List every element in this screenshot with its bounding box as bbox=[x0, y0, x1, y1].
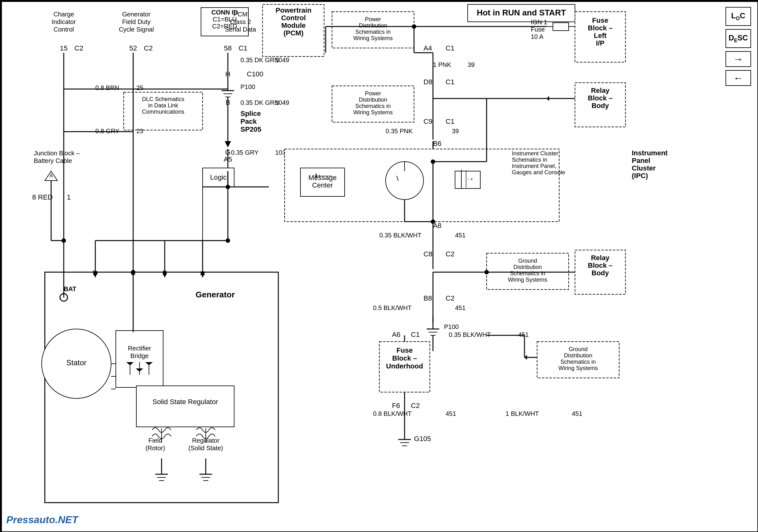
svg-text:Generator: Generator bbox=[196, 290, 235, 299]
svg-text:SP205: SP205 bbox=[240, 125, 261, 133]
svg-text:Body: Body bbox=[592, 269, 609, 277]
svg-text:Block –: Block – bbox=[588, 24, 612, 32]
svg-text:Left: Left bbox=[594, 32, 607, 40]
svg-text:Distribution: Distribution bbox=[564, 352, 592, 359]
svg-text:A4: A4 bbox=[424, 44, 432, 52]
svg-text:Bridge: Bridge bbox=[130, 352, 149, 359]
svg-text:Schematics in: Schematics in bbox=[561, 359, 596, 365]
svg-point-266 bbox=[431, 160, 435, 164]
svg-text:Junction Block –: Junction Block – bbox=[34, 150, 80, 157]
svg-text:C2: C2 bbox=[75, 44, 83, 52]
svg-text:P100: P100 bbox=[240, 83, 255, 90]
legend-arrow-left: ← bbox=[726, 70, 751, 86]
svg-text:Cluster: Cluster bbox=[632, 164, 656, 172]
svg-text:IGN 1: IGN 1 bbox=[531, 18, 547, 25]
svg-text:0.8 GRY: 0.8 GRY bbox=[95, 127, 119, 134]
svg-text:Indicator: Indicator bbox=[52, 18, 76, 25]
svg-text:C1: C1 bbox=[411, 331, 420, 338]
svg-text:BAT: BAT bbox=[64, 285, 76, 292]
svg-text:Hot in RUN and START: Hot in RUN and START bbox=[477, 8, 566, 18]
svg-text:Underhood: Underhood bbox=[386, 362, 423, 370]
svg-text:Communications: Communications bbox=[142, 109, 184, 115]
svg-text:Rectifier: Rectifier bbox=[128, 345, 151, 352]
svg-text:C9: C9 bbox=[424, 118, 432, 125]
svg-point-269 bbox=[61, 238, 66, 243]
svg-text:B6: B6 bbox=[433, 140, 441, 147]
svg-text:C100: C100 bbox=[247, 70, 263, 78]
svg-text:1 PNK: 1 PNK bbox=[433, 61, 451, 68]
svg-text:451: 451 bbox=[455, 232, 465, 239]
svg-text:(IPC): (IPC) bbox=[632, 172, 648, 180]
svg-text:Fuse: Fuse bbox=[592, 17, 608, 24]
svg-text:58: 58 bbox=[224, 44, 232, 52]
svg-text:A: A bbox=[50, 173, 53, 178]
svg-text:Class 2: Class 2 bbox=[230, 18, 251, 25]
svg-text:Field Duty: Field Duty bbox=[122, 18, 151, 25]
svg-text:D8: D8 bbox=[424, 78, 432, 86]
svg-text:C2: C2 bbox=[411, 402, 420, 409]
svg-text:0.5 BLK/WHT: 0.5 BLK/WHT bbox=[373, 304, 411, 311]
svg-text:Gauges and Console: Gauges and Console bbox=[512, 169, 565, 176]
svg-text:B8: B8 bbox=[424, 294, 432, 302]
svg-text:F6: F6 bbox=[392, 402, 400, 409]
svg-text:451: 451 bbox=[455, 304, 465, 311]
svg-text:Module: Module bbox=[282, 21, 306, 29]
svg-text:Message: Message bbox=[308, 174, 336, 182]
svg-text:Center: Center bbox=[312, 181, 333, 189]
svg-text:Wiring Systems: Wiring Systems bbox=[353, 35, 393, 41]
svg-point-271 bbox=[225, 238, 230, 243]
svg-text:Schematics in: Schematics in bbox=[355, 103, 391, 109]
diagram-area: Hot in RUN and START Powertrain Control … bbox=[1, 1, 758, 532]
svg-text:0.35 BLK/WHT: 0.35 BLK/WHT bbox=[449, 331, 491, 338]
svg-point-267 bbox=[225, 185, 230, 189]
svg-text:0.8 BRN: 0.8 BRN bbox=[95, 84, 119, 91]
svg-text:Block –: Block – bbox=[588, 94, 612, 102]
svg-text:1049: 1049 bbox=[275, 56, 290, 63]
svg-text:Stator: Stator bbox=[66, 358, 86, 367]
svg-text:(Rotor): (Rotor) bbox=[146, 444, 165, 451]
svg-text:Block –: Block – bbox=[588, 262, 612, 269]
svg-text:C1: C1 bbox=[446, 44, 454, 52]
svg-text:Wiring Systems: Wiring Systems bbox=[353, 109, 393, 116]
wiring-diagram-svg: Hot in RUN and START Powertrain Control … bbox=[1, 1, 758, 532]
svg-point-265 bbox=[431, 219, 435, 224]
svg-text:DLC Schematics: DLC Schematics bbox=[142, 96, 184, 102]
svg-text:Solid State Regulator: Solid State Regulator bbox=[153, 398, 218, 406]
watermark: Pressauto.NET bbox=[6, 514, 78, 526]
svg-text:Splice: Splice bbox=[240, 110, 261, 118]
svg-text:451: 451 bbox=[518, 331, 529, 338]
svg-text:0.35 PNK: 0.35 PNK bbox=[386, 127, 413, 134]
svg-text:Battery Cable: Battery Cable bbox=[34, 157, 72, 164]
svg-text:PCM: PCM bbox=[233, 11, 247, 18]
svg-text:Charge: Charge bbox=[53, 11, 74, 18]
legend-desc-text: DESC bbox=[729, 33, 748, 44]
svg-text:C1: C1 bbox=[446, 118, 454, 125]
svg-text:25: 25 bbox=[136, 84, 143, 91]
svg-text:Power: Power bbox=[365, 16, 381, 22]
svg-text:8 RED: 8 RED bbox=[32, 193, 53, 201]
svg-text:39: 39 bbox=[452, 127, 459, 134]
svg-text:451: 451 bbox=[446, 410, 456, 417]
svg-text:Panel: Panel bbox=[632, 157, 650, 164]
svg-text:23: 23 bbox=[136, 127, 143, 134]
legend-desc: DESC bbox=[726, 29, 751, 48]
svg-text:Relay: Relay bbox=[591, 254, 610, 262]
svg-text:I/P: I/P bbox=[596, 39, 604, 47]
svg-text:Distribution: Distribution bbox=[513, 264, 542, 270]
svg-text:Distribution: Distribution bbox=[359, 22, 387, 29]
svg-text:A6: A6 bbox=[392, 331, 400, 338]
svg-text:Powertrain: Powertrain bbox=[275, 6, 311, 14]
svg-text:Body: Body bbox=[592, 102, 609, 110]
svg-text:0.8 BLK/WHT: 0.8 BLK/WHT bbox=[373, 410, 411, 417]
svg-text:Control: Control bbox=[53, 26, 74, 33]
svg-text:Block –: Block – bbox=[392, 354, 417, 362]
legend-arrow-right: → bbox=[726, 51, 751, 67]
svg-text:Distribution: Distribution bbox=[359, 97, 387, 103]
svg-text:Serial Data: Serial Data bbox=[225, 26, 257, 33]
svg-text:Schematics in: Schematics in bbox=[510, 270, 545, 277]
svg-text:10 A: 10 A bbox=[531, 33, 544, 40]
svg-text:- +: - + bbox=[468, 176, 473, 182]
svg-text:451: 451 bbox=[572, 410, 582, 417]
svg-text:Wiring Systems: Wiring Systems bbox=[508, 277, 547, 283]
arrow-left-icon: ← bbox=[733, 72, 743, 84]
